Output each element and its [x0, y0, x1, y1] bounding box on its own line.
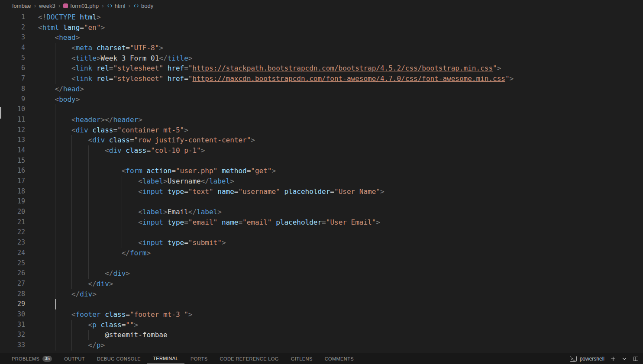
- line-number[interactable]: 23: [0, 238, 25, 248]
- plus-icon[interactable]: [610, 356, 616, 362]
- code-line-21[interactable]: 21 <input type="email" name="email" plac…: [0, 217, 643, 228]
- line-number[interactable]: 17: [0, 176, 25, 187]
- code-line-9[interactable]: 9 <body>: [0, 94, 643, 105]
- line-number[interactable]: 29: [0, 299, 25, 309]
- code-line-23[interactable]: 23 <input type="submit">: [0, 238, 643, 248]
- breadcrumb-item-html[interactable]: html: [107, 3, 126, 9]
- line-number[interactable]: 24: [0, 248, 25, 258]
- panel-tab-comments[interactable]: COMMENTS: [319, 353, 360, 364]
- line-number[interactable]: 18: [0, 187, 25, 197]
- line-number[interactable]: 21: [0, 217, 25, 228]
- indent-guide: [71, 217, 72, 228]
- code-text: [25, 104, 643, 115]
- php-file-icon: [63, 3, 68, 8]
- breadcrumb-label: form01.php: [70, 3, 99, 9]
- panel-tab-debug-console[interactable]: DEBUG CONSOLE: [91, 353, 147, 364]
- code-line-7[interactable]: 7 <link rel="stylesheet" href="https://m…: [0, 74, 643, 84]
- indent-guide: [88, 268, 89, 279]
- indent-guide: [71, 248, 72, 258]
- code-line-11[interactable]: 11 <header></header>: [0, 115, 643, 125]
- code-line-32[interactable]: 32 @steemit-fombae: [0, 330, 643, 340]
- line-number[interactable]: 1: [0, 12, 25, 23]
- panel-tab-code-reference-log[interactable]: CODE REFERENCE LOG: [214, 353, 285, 364]
- line-number[interactable]: 7: [0, 74, 25, 84]
- line-number[interactable]: 2: [0, 23, 25, 33]
- breadcrumb: fombae›week3›form01.php›html›body: [0, 0, 643, 11]
- line-number[interactable]: 31: [0, 320, 25, 330]
- line-number[interactable]: 28: [0, 289, 25, 300]
- code-line-24[interactable]: 24 </form>: [0, 248, 643, 258]
- breadcrumb-item-body[interactable]: body: [133, 3, 153, 9]
- code-line-8[interactable]: 8 </head>: [0, 84, 643, 94]
- line-number[interactable]: 12: [0, 125, 25, 135]
- line-number[interactable]: 16: [0, 166, 25, 176]
- line-number[interactable]: 9: [0, 94, 25, 105]
- code-text: <form action="user.php" method="get">: [25, 166, 643, 176]
- breadcrumb-item-week3[interactable]: week3: [39, 3, 55, 9]
- line-number[interactable]: 33: [0, 340, 25, 351]
- code-line-28[interactable]: 28 </div>: [0, 289, 643, 300]
- breadcrumb-item-fombae[interactable]: fombae: [12, 3, 31, 9]
- code-line-10[interactable]: 10: [0, 104, 643, 115]
- line-number[interactable]: 19: [0, 196, 25, 207]
- panel-tab-label: DEBUG CONSOLE: [97, 356, 141, 361]
- code-line-16[interactable]: 16 <form action="user.php" method="get">: [0, 166, 643, 176]
- panel-tab-terminal[interactable]: TERMINAL: [147, 353, 184, 364]
- code-line-2[interactable]: 2<html lang="en">: [0, 23, 643, 33]
- line-number[interactable]: 15: [0, 156, 25, 166]
- code-text: <title>Week 3 Form 01</title>: [25, 53, 643, 64]
- code-editor[interactable]: 1<!DOCTYPE html>2<html lang="en">3 <head…: [0, 11, 643, 353]
- code-line-19[interactable]: 19: [0, 196, 643, 207]
- code-line-12[interactable]: 12 <div class="container mt-5">: [0, 125, 643, 135]
- code-line-5[interactable]: 5 <title>Week 3 Form 01</title>: [0, 53, 643, 64]
- code-line-27[interactable]: 27 </div>: [0, 279, 643, 289]
- code-line-15[interactable]: 15: [0, 156, 643, 166]
- panel-tab-problems[interactable]: PROBLEMS35: [6, 353, 58, 364]
- line-number[interactable]: 5: [0, 53, 25, 64]
- line-number[interactable]: 22: [0, 227, 25, 238]
- split-terminal-icon[interactable]: [633, 356, 639, 362]
- code-line-6[interactable]: 6 <link rel="stylesheet" href="https://s…: [0, 63, 643, 74]
- line-number[interactable]: 10: [0, 104, 25, 115]
- code-line-13[interactable]: 13 <div class="row justify-content-cente…: [0, 135, 643, 145]
- code-line-22[interactable]: 22: [0, 227, 643, 238]
- chevron-down-icon[interactable]: [622, 356, 627, 361]
- code-line-31[interactable]: 31 <p class="">: [0, 320, 643, 330]
- code-line-18[interactable]: 18 <input type="text" name="username" pl…: [0, 187, 643, 197]
- line-number[interactable]: 14: [0, 145, 25, 156]
- indent-guide: [88, 248, 89, 258]
- code-text: [25, 196, 643, 207]
- code-line-17[interactable]: 17 <label>Username</label>: [0, 176, 643, 187]
- line-number[interactable]: 4: [0, 43, 25, 53]
- code-line-20[interactable]: 20 <label>Email</label>: [0, 207, 643, 217]
- code-line-30[interactable]: 30 <footer class="footer mt-3 ">: [0, 309, 643, 320]
- code-line-14[interactable]: 14 <div class="col-10 p-1">: [0, 145, 643, 156]
- line-number[interactable]: 30: [0, 309, 25, 320]
- line-number[interactable]: 11: [0, 115, 25, 125]
- code-line-4[interactable]: 4 <meta charset="UTF-8">: [0, 43, 643, 53]
- line-number[interactable]: 27: [0, 279, 25, 289]
- code-line-29[interactable]: 29: [0, 299, 643, 309]
- line-number[interactable]: 32: [0, 330, 25, 340]
- line-number[interactable]: 20: [0, 207, 25, 217]
- terminal-shell-selector[interactable]: powershell: [570, 356, 604, 362]
- code-line-33[interactable]: 33 </p>: [0, 340, 643, 351]
- indent-guide: [71, 166, 72, 176]
- panel-tab-ports[interactable]: PORTS: [184, 353, 214, 364]
- line-number[interactable]: 8: [0, 84, 25, 94]
- code-text: [25, 299, 643, 309]
- line-number[interactable]: 25: [0, 258, 25, 269]
- panel-tab-output[interactable]: OUTPUT: [58, 353, 91, 364]
- code-line-25[interactable]: 25: [0, 258, 643, 269]
- code-line-26[interactable]: 26 </div>: [0, 268, 643, 279]
- indent-guide: [55, 279, 55, 289]
- line-number[interactable]: 6: [0, 63, 25, 74]
- breadcrumb-item-form01-php[interactable]: form01.php: [63, 3, 99, 9]
- code-text: </form>: [25, 248, 643, 258]
- code-line-3[interactable]: 3 <head>: [0, 32, 643, 43]
- panel-tab-gitlens[interactable]: GITLENS: [285, 353, 319, 364]
- line-number[interactable]: 13: [0, 135, 25, 145]
- line-number[interactable]: 26: [0, 268, 25, 279]
- code-line-1[interactable]: 1<!DOCTYPE html>: [0, 12, 643, 23]
- line-number[interactable]: 3: [0, 32, 25, 43]
